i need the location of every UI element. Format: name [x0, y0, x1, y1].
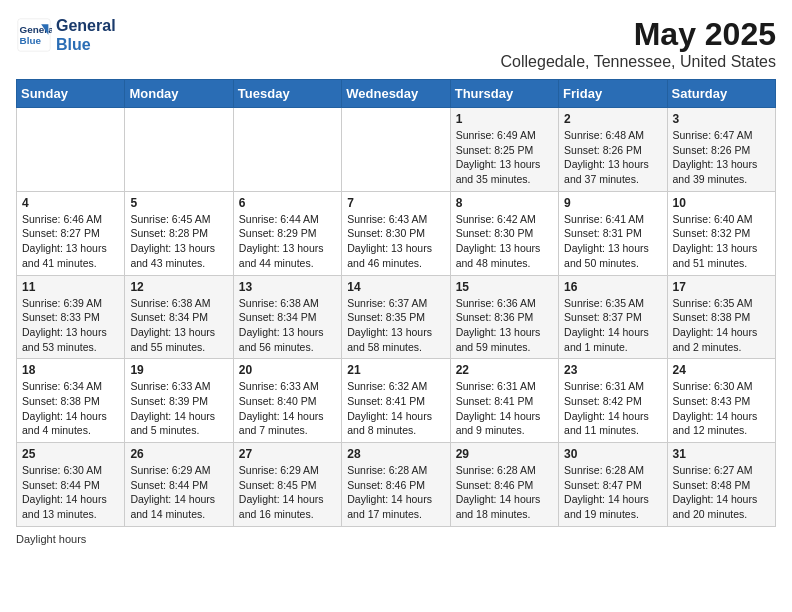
calendar: SundayMondayTuesdayWednesdayThursdayFrid…	[16, 79, 776, 527]
day-number: 5	[130, 196, 227, 210]
day-info: Sunrise: 6:33 AM Sunset: 8:39 PM Dayligh…	[130, 379, 227, 438]
logo-blue: Blue	[56, 35, 116, 54]
day-number: 31	[673, 447, 770, 461]
day-cell: 22Sunrise: 6:31 AM Sunset: 8:41 PM Dayli…	[450, 359, 558, 443]
day-cell: 9Sunrise: 6:41 AM Sunset: 8:31 PM Daylig…	[559, 191, 667, 275]
day-number: 2	[564, 112, 661, 126]
day-info: Sunrise: 6:47 AM Sunset: 8:26 PM Dayligh…	[673, 128, 770, 187]
week-row-3: 11Sunrise: 6:39 AM Sunset: 8:33 PM Dayli…	[17, 275, 776, 359]
day-info: Sunrise: 6:49 AM Sunset: 8:25 PM Dayligh…	[456, 128, 553, 187]
day-number: 15	[456, 280, 553, 294]
day-cell: 1Sunrise: 6:49 AM Sunset: 8:25 PM Daylig…	[450, 108, 558, 192]
day-number: 19	[130, 363, 227, 377]
day-info: Sunrise: 6:35 AM Sunset: 8:37 PM Dayligh…	[564, 296, 661, 355]
day-number: 17	[673, 280, 770, 294]
day-cell: 13Sunrise: 6:38 AM Sunset: 8:34 PM Dayli…	[233, 275, 341, 359]
day-info: Sunrise: 6:43 AM Sunset: 8:30 PM Dayligh…	[347, 212, 444, 271]
day-info: Sunrise: 6:29 AM Sunset: 8:45 PM Dayligh…	[239, 463, 336, 522]
day-info: Sunrise: 6:29 AM Sunset: 8:44 PM Dayligh…	[130, 463, 227, 522]
day-cell	[125, 108, 233, 192]
day-number: 6	[239, 196, 336, 210]
day-cell: 2Sunrise: 6:48 AM Sunset: 8:26 PM Daylig…	[559, 108, 667, 192]
day-info: Sunrise: 6:38 AM Sunset: 8:34 PM Dayligh…	[130, 296, 227, 355]
day-number: 13	[239, 280, 336, 294]
col-header-saturday: Saturday	[667, 80, 775, 108]
day-cell: 25Sunrise: 6:30 AM Sunset: 8:44 PM Dayli…	[17, 443, 125, 527]
day-info: Sunrise: 6:31 AM Sunset: 8:41 PM Dayligh…	[456, 379, 553, 438]
week-row-2: 4Sunrise: 6:46 AM Sunset: 8:27 PM Daylig…	[17, 191, 776, 275]
day-cell	[233, 108, 341, 192]
day-number: 26	[130, 447, 227, 461]
day-number: 20	[239, 363, 336, 377]
day-cell: 31Sunrise: 6:27 AM Sunset: 8:48 PM Dayli…	[667, 443, 775, 527]
day-info: Sunrise: 6:40 AM Sunset: 8:32 PM Dayligh…	[673, 212, 770, 271]
day-info: Sunrise: 6:46 AM Sunset: 8:27 PM Dayligh…	[22, 212, 119, 271]
day-number: 4	[22, 196, 119, 210]
calendar-header-row: SundayMondayTuesdayWednesdayThursdayFrid…	[17, 80, 776, 108]
day-cell: 10Sunrise: 6:40 AM Sunset: 8:32 PM Dayli…	[667, 191, 775, 275]
day-info: Sunrise: 6:48 AM Sunset: 8:26 PM Dayligh…	[564, 128, 661, 187]
day-number: 12	[130, 280, 227, 294]
location: Collegedale, Tennessee, United States	[501, 53, 776, 71]
logo: General Blue General Blue	[16, 16, 116, 54]
day-cell: 23Sunrise: 6:31 AM Sunset: 8:42 PM Dayli…	[559, 359, 667, 443]
col-header-tuesday: Tuesday	[233, 80, 341, 108]
day-cell: 12Sunrise: 6:38 AM Sunset: 8:34 PM Dayli…	[125, 275, 233, 359]
logo-general: General	[56, 16, 116, 35]
day-info: Sunrise: 6:31 AM Sunset: 8:42 PM Dayligh…	[564, 379, 661, 438]
day-number: 8	[456, 196, 553, 210]
day-info: Sunrise: 6:28 AM Sunset: 8:46 PM Dayligh…	[456, 463, 553, 522]
col-header-thursday: Thursday	[450, 80, 558, 108]
day-number: 1	[456, 112, 553, 126]
day-info: Sunrise: 6:30 AM Sunset: 8:43 PM Dayligh…	[673, 379, 770, 438]
col-header-sunday: Sunday	[17, 80, 125, 108]
day-info: Sunrise: 6:27 AM Sunset: 8:48 PM Dayligh…	[673, 463, 770, 522]
day-info: Sunrise: 6:30 AM Sunset: 8:44 PM Dayligh…	[22, 463, 119, 522]
day-info: Sunrise: 6:36 AM Sunset: 8:36 PM Dayligh…	[456, 296, 553, 355]
day-cell: 5Sunrise: 6:45 AM Sunset: 8:28 PM Daylig…	[125, 191, 233, 275]
day-cell: 24Sunrise: 6:30 AM Sunset: 8:43 PM Dayli…	[667, 359, 775, 443]
day-info: Sunrise: 6:33 AM Sunset: 8:40 PM Dayligh…	[239, 379, 336, 438]
day-cell: 26Sunrise: 6:29 AM Sunset: 8:44 PM Dayli…	[125, 443, 233, 527]
day-info: Sunrise: 6:28 AM Sunset: 8:46 PM Dayligh…	[347, 463, 444, 522]
day-number: 11	[22, 280, 119, 294]
day-cell: 17Sunrise: 6:35 AM Sunset: 8:38 PM Dayli…	[667, 275, 775, 359]
day-cell: 3Sunrise: 6:47 AM Sunset: 8:26 PM Daylig…	[667, 108, 775, 192]
day-cell: 4Sunrise: 6:46 AM Sunset: 8:27 PM Daylig…	[17, 191, 125, 275]
day-cell: 28Sunrise: 6:28 AM Sunset: 8:46 PM Dayli…	[342, 443, 450, 527]
day-cell	[17, 108, 125, 192]
day-cell: 30Sunrise: 6:28 AM Sunset: 8:47 PM Dayli…	[559, 443, 667, 527]
day-info: Sunrise: 6:44 AM Sunset: 8:29 PM Dayligh…	[239, 212, 336, 271]
day-number: 29	[456, 447, 553, 461]
day-number: 3	[673, 112, 770, 126]
week-row-5: 25Sunrise: 6:30 AM Sunset: 8:44 PM Dayli…	[17, 443, 776, 527]
day-cell: 16Sunrise: 6:35 AM Sunset: 8:37 PM Dayli…	[559, 275, 667, 359]
day-info: Sunrise: 6:39 AM Sunset: 8:33 PM Dayligh…	[22, 296, 119, 355]
day-info: Sunrise: 6:42 AM Sunset: 8:30 PM Dayligh…	[456, 212, 553, 271]
week-row-4: 18Sunrise: 6:34 AM Sunset: 8:38 PM Dayli…	[17, 359, 776, 443]
day-info: Sunrise: 6:41 AM Sunset: 8:31 PM Dayligh…	[564, 212, 661, 271]
day-info: Sunrise: 6:35 AM Sunset: 8:38 PM Dayligh…	[673, 296, 770, 355]
day-info: Sunrise: 6:28 AM Sunset: 8:47 PM Dayligh…	[564, 463, 661, 522]
day-cell: 19Sunrise: 6:33 AM Sunset: 8:39 PM Dayli…	[125, 359, 233, 443]
day-info: Sunrise: 6:45 AM Sunset: 8:28 PM Dayligh…	[130, 212, 227, 271]
day-number: 14	[347, 280, 444, 294]
day-number: 7	[347, 196, 444, 210]
svg-text:Blue: Blue	[20, 35, 42, 46]
day-cell: 7Sunrise: 6:43 AM Sunset: 8:30 PM Daylig…	[342, 191, 450, 275]
col-header-monday: Monday	[125, 80, 233, 108]
header: General Blue General Blue May 2025 Colle…	[16, 16, 776, 71]
logo-icon: General Blue	[16, 17, 52, 53]
day-cell: 20Sunrise: 6:33 AM Sunset: 8:40 PM Dayli…	[233, 359, 341, 443]
day-number: 10	[673, 196, 770, 210]
day-cell: 14Sunrise: 6:37 AM Sunset: 8:35 PM Dayli…	[342, 275, 450, 359]
week-row-1: 1Sunrise: 6:49 AM Sunset: 8:25 PM Daylig…	[17, 108, 776, 192]
day-info: Sunrise: 6:38 AM Sunset: 8:34 PM Dayligh…	[239, 296, 336, 355]
day-number: 18	[22, 363, 119, 377]
day-cell: 8Sunrise: 6:42 AM Sunset: 8:30 PM Daylig…	[450, 191, 558, 275]
day-cell: 11Sunrise: 6:39 AM Sunset: 8:33 PM Dayli…	[17, 275, 125, 359]
day-number: 22	[456, 363, 553, 377]
day-number: 27	[239, 447, 336, 461]
day-cell: 27Sunrise: 6:29 AM Sunset: 8:45 PM Dayli…	[233, 443, 341, 527]
day-number: 30	[564, 447, 661, 461]
